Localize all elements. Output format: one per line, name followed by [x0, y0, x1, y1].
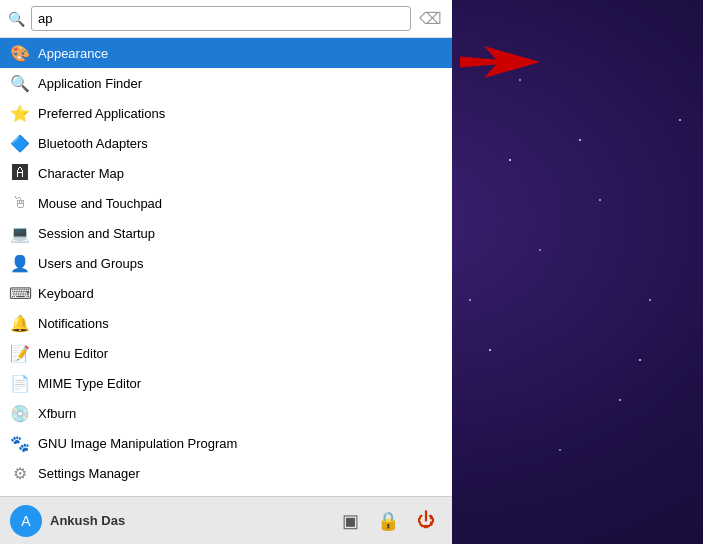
screen-button[interactable]: ▣: [334, 505, 366, 537]
item-label: GNU Image Manipulation Program: [38, 436, 237, 451]
app-finder-icon: 🔍: [10, 73, 30, 93]
avatar-letter: A: [21, 513, 30, 529]
list-item[interactable]: 💿 Xfburn: [0, 398, 452, 428]
session-icon: 💻: [10, 223, 30, 243]
power-button[interactable]: ⏻: [410, 505, 442, 537]
menu-panel: 🔍 ⌫ 🎨 Appearance 🔍 Application Finder ⭐ …: [0, 0, 452, 544]
bottom-bar: A Ankush Das ▣ 🔒 ⏻: [0, 496, 452, 544]
list-item[interactable]: 💻 Session and Startup: [0, 218, 452, 248]
item-label: Users and Groups: [38, 256, 144, 271]
list-item[interactable]: 🖱 Mouse and Touchpad: [0, 188, 452, 218]
list-item[interactable]: 📝 Menu Editor: [0, 338, 452, 368]
item-label: Settings Manager: [38, 466, 140, 481]
keyboard-icon: ⌨: [10, 283, 30, 303]
list-item[interactable]: ⭐ Preferred Applications: [0, 98, 452, 128]
svg-marker-0: [460, 46, 540, 78]
item-label: Application Finder: [38, 76, 142, 91]
xfburn-icon: 💿: [10, 403, 30, 423]
item-label: Mouse and Touchpad: [38, 196, 162, 211]
list-item[interactable]: 🎨 Appearance: [0, 38, 452, 68]
appearance-icon: 🎨: [10, 43, 30, 63]
list-item[interactable]: ⌨ Keyboard: [0, 278, 452, 308]
avatar: A: [10, 505, 42, 537]
item-label: Session and Startup: [38, 226, 155, 241]
item-label: MIME Type Editor: [38, 376, 141, 391]
users-icon: 👤: [10, 253, 30, 273]
item-label: Menu Editor: [38, 346, 108, 361]
item-label: Character Map: [38, 166, 124, 181]
menu-editor-icon: 📝: [10, 343, 30, 363]
list-item[interactable]: ⚙ Settings Manager: [0, 458, 452, 488]
bluetooth-icon: 🔷: [10, 133, 30, 153]
item-label: Keyboard: [38, 286, 94, 301]
item-label: Notifications: [38, 316, 109, 331]
results-list: 🎨 Appearance 🔍 Application Finder ⭐ Pref…: [0, 38, 452, 496]
item-label: Preferred Applications: [38, 106, 165, 121]
gimp-icon: 🐾: [10, 433, 30, 453]
list-item[interactable]: 📄 MIME Type Editor: [0, 368, 452, 398]
list-item[interactable]: 🔍 Application Finder: [0, 68, 452, 98]
notifications-icon: 🔔: [10, 313, 30, 333]
preferred-apps-icon: ⭐: [10, 103, 30, 123]
list-item[interactable]: 🐾 GNU Image Manipulation Program: [0, 428, 452, 458]
search-bar: 🔍 ⌫: [0, 0, 452, 38]
mime-icon: 📄: [10, 373, 30, 393]
list-item[interactable]: 🅰 Character Map: [0, 158, 452, 188]
bottom-actions: ▣ 🔒 ⏻: [334, 505, 442, 537]
search-icon: 🔍: [8, 11, 25, 27]
item-label: Bluetooth Adapters: [38, 136, 148, 151]
charmap-icon: 🅰: [10, 163, 30, 183]
arrow-indicator: [460, 42, 540, 82]
clear-button[interactable]: ⌫: [417, 9, 444, 28]
lock-button[interactable]: 🔒: [372, 505, 404, 537]
user-name: Ankush Das: [50, 513, 326, 528]
item-label: Appearance: [38, 46, 108, 61]
mouse-icon: 🖱: [10, 193, 30, 213]
settings-manager-icon: ⚙: [10, 463, 30, 483]
list-item[interactable]: 👤 Users and Groups: [0, 248, 452, 278]
search-input[interactable]: [31, 6, 411, 31]
item-label: Xfburn: [38, 406, 76, 421]
list-item[interactable]: 🔷 Bluetooth Adapters: [0, 128, 452, 158]
list-item[interactable]: 🔔 Notifications: [0, 308, 452, 338]
list-item[interactable]: ⚙ Settings Editor: [0, 488, 452, 496]
